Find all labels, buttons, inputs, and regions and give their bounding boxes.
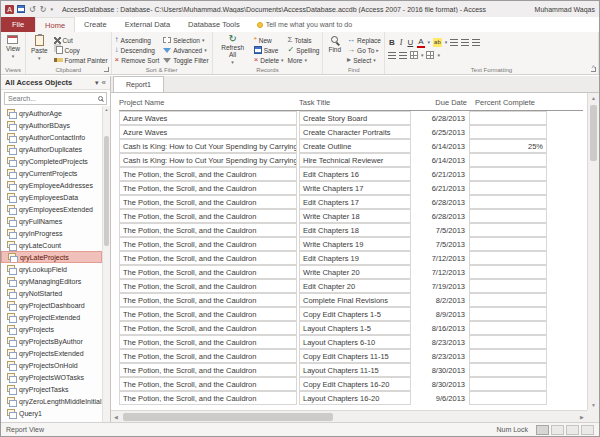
cell-task[interactable]: Edit Chapters 19 xyxy=(299,251,411,265)
cell-task[interactable]: Layout Chapters 1-5 xyxy=(299,321,411,335)
cell-project[interactable]: The Potion, the Scroll, and the Cauldron xyxy=(119,349,297,363)
scroll-right-icon[interactable]: ▶ xyxy=(577,414,587,420)
descending-button[interactable]: ↓ Descending xyxy=(115,46,160,54)
cell-task[interactable]: Create Character Portraits xyxy=(299,125,411,139)
underline-button[interactable]: U xyxy=(406,38,414,47)
cell-task[interactable]: Write Chapters 17 xyxy=(299,181,411,195)
cell-due[interactable]: 6/28/2013 xyxy=(413,209,467,223)
cell-due[interactable]: 6/28/2013 xyxy=(413,195,467,209)
tab-database-tools[interactable]: Database Tools xyxy=(179,17,249,32)
more-button[interactable]: More ▾ xyxy=(288,56,320,64)
cell-pct[interactable] xyxy=(469,181,547,195)
cell-due[interactable]: 8/9/2013 xyxy=(413,307,467,321)
cell-pct[interactable] xyxy=(469,377,547,391)
cell-due[interactable]: 7/12/2013 xyxy=(413,251,467,265)
cell-task[interactable]: Create Outline xyxy=(299,139,411,153)
cell-pct[interactable] xyxy=(469,251,547,265)
cell-task[interactable]: Write Chapters 19 xyxy=(299,237,411,251)
bullets-button[interactable] xyxy=(388,52,396,59)
cell-task[interactable]: Complete Final Revisions xyxy=(299,293,411,307)
print-preview-button[interactable] xyxy=(551,425,564,435)
cut-button[interactable]: Cut xyxy=(54,36,108,44)
cell-project[interactable]: The Potion, the Scroll, and the Cauldron xyxy=(119,195,297,209)
clipboard-dialog-launcher-icon[interactable] xyxy=(104,67,109,72)
nav-menu-chevron-icon[interactable]: ▾ xyxy=(95,79,99,87)
cell-due[interactable]: 7/12/2013 xyxy=(413,265,467,279)
cell-due[interactable]: 8/30/2013 xyxy=(413,377,467,391)
nav-search-box[interactable] xyxy=(4,92,107,105)
cell-task[interactable]: Copy Edit Chapters 11-15 xyxy=(299,349,411,363)
cell-pct[interactable] xyxy=(469,209,547,223)
cell-task[interactable]: Edit Chapters 17 xyxy=(299,195,411,209)
redo-icon[interactable]: ↻ xyxy=(40,5,47,14)
nav-item[interactable]: qryCurrentProjects xyxy=(1,167,102,179)
cell-task[interactable]: Edit Chapters 16 xyxy=(299,167,411,181)
nav-scroll-thumb[interactable] xyxy=(104,136,109,246)
nav-item[interactable]: qryManagingEditors xyxy=(1,275,102,287)
view-button[interactable]: View ▾ xyxy=(4,34,22,65)
cell-project[interactable]: The Potion, the Scroll, and the Cauldron xyxy=(119,363,297,377)
cell-due[interactable]: 6/21/2013 xyxy=(413,167,467,181)
highlight-dropdown-icon[interactable]: ▾ xyxy=(445,39,448,45)
cell-task[interactable]: Edit Chapters 18 xyxy=(299,223,411,237)
find-button[interactable]: Find xyxy=(326,34,343,65)
nav-item[interactable]: qryFullNames xyxy=(1,215,102,227)
numbering-button[interactable] xyxy=(399,52,407,59)
align-left-button[interactable] xyxy=(450,39,458,46)
nav-item[interactable]: qryEmployeeAddresses xyxy=(1,179,102,191)
cell-project[interactable]: The Potion, the Scroll, and the Cauldron xyxy=(119,335,297,349)
cell-project[interactable]: The Potion, the Scroll, and the Cauldron xyxy=(119,223,297,237)
nav-item[interactable]: qryZeroLengthMiddleInitial xyxy=(1,395,102,407)
gridlines-button[interactable] xyxy=(410,51,418,59)
nav-item[interactable]: Query1 xyxy=(1,407,102,419)
highlight-button[interactable]: ab xyxy=(433,38,442,47)
cell-due[interactable]: 8/23/2013 xyxy=(413,335,467,349)
save-icon[interactable] xyxy=(17,5,25,13)
cell-task[interactable]: Copy Edit Chapters 1-5 xyxy=(299,307,411,321)
cell-due[interactable]: 7/19/2013 xyxy=(413,279,467,293)
cell-project[interactable]: Azure Waves xyxy=(119,111,297,125)
scroll-up-icon[interactable]: ▲ xyxy=(588,93,599,103)
nav-item[interactable]: qryAuthorBDays xyxy=(1,119,102,131)
nav-pane-header[interactable]: All Access Objects ▾ « xyxy=(1,76,110,90)
delete-record-button[interactable]: × Delete ▾ xyxy=(254,56,284,64)
ascending-button[interactable]: ↑ Ascending xyxy=(115,36,160,44)
cell-due[interactable]: 7/5/2013 xyxy=(413,223,467,237)
cell-due[interactable]: 9/6/2013 xyxy=(413,391,467,405)
cell-project[interactable]: The Potion, the Scroll, and the Cauldron xyxy=(119,293,297,307)
cell-due[interactable]: 6/21/2013 xyxy=(413,181,467,195)
cell-project[interactable]: The Potion, the Scroll, and the Cauldron xyxy=(119,265,297,279)
cell-due[interactable]: 8/30/2013 xyxy=(413,363,467,377)
nav-item[interactable]: qryProjectsWOTasks xyxy=(1,371,102,383)
tab-external-data[interactable]: External Data xyxy=(116,17,179,32)
cell-task[interactable]: Layout Chapters 6-10 xyxy=(299,335,411,349)
document-tab-report1[interactable]: Report1 xyxy=(113,76,164,92)
cell-task[interactable]: Layout Chapters 16-20 xyxy=(299,391,411,405)
horizontal-scrollbar[interactable]: ◀ ▶ xyxy=(111,410,587,422)
cell-project[interactable]: The Potion, the Scroll, and the Cauldron xyxy=(119,251,297,265)
cell-task[interactable]: Copy Edit Chapters 16-20 xyxy=(299,377,411,391)
nav-scroll-up-icon[interactable]: ▲ xyxy=(103,106,110,114)
cell-pct[interactable] xyxy=(469,321,547,335)
replace-button[interactable]: ↔ Replace xyxy=(347,36,381,44)
cell-project[interactable]: Azure Waves xyxy=(119,125,297,139)
nav-item[interactable]: qryAuthorAge xyxy=(1,107,102,119)
cell-due[interactable]: 8/23/2013 xyxy=(413,349,467,363)
remove-sort-button[interactable]: × Remove Sort xyxy=(115,56,160,64)
cell-project[interactable]: The Potion, the Scroll, and the Cauldron xyxy=(119,181,297,195)
cell-due[interactable]: 7/5/2013 xyxy=(413,237,467,251)
tab-home[interactable]: Home xyxy=(35,17,75,32)
tell-me-box[interactable]: Tell me what you want to do xyxy=(257,17,352,32)
scroll-down-icon[interactable]: ▼ xyxy=(588,400,599,410)
nav-item[interactable]: qryProjectExtended xyxy=(1,311,102,323)
horizontal-scroll-thumb[interactable] xyxy=(123,413,333,421)
align-right-button[interactable] xyxy=(472,39,480,46)
undo-icon[interactable]: ↺ xyxy=(29,5,36,14)
new-record-button[interactable]: * New xyxy=(254,36,284,44)
cell-project[interactable]: The Potion, the Scroll, and the Cauldron xyxy=(119,307,297,321)
search-input[interactable] xyxy=(8,95,98,102)
cell-project[interactable]: Cash is King: How to Cut Your Spending b… xyxy=(119,153,297,167)
cell-due[interactable]: 8/16/2013 xyxy=(413,321,467,335)
cell-pct[interactable] xyxy=(469,223,547,237)
report-canvas[interactable]: Project Name Task Title Due Date Percent… xyxy=(111,93,587,410)
